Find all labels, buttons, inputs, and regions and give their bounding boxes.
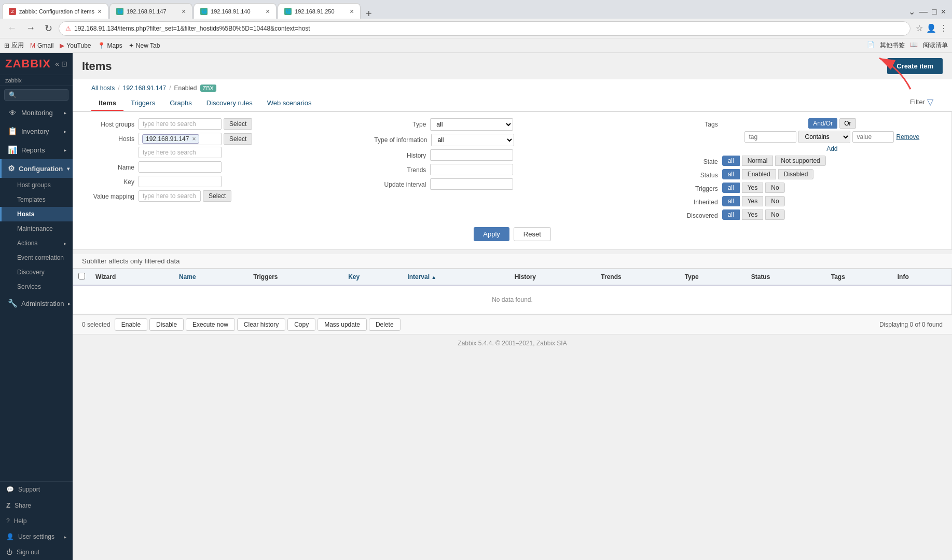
reload-button[interactable]: ↻ bbox=[42, 22, 56, 35]
tab-3-close[interactable]: × bbox=[266, 7, 270, 16]
execute-now-button[interactable]: Execute now bbox=[186, 318, 235, 331]
status-all-button[interactable]: all bbox=[722, 169, 740, 179]
history-input[interactable] bbox=[430, 149, 513, 161]
name-input[interactable] bbox=[139, 161, 222, 173]
sidebar-footer-help[interactable]: ? Help bbox=[0, 513, 73, 529]
update-interval-input[interactable] bbox=[430, 178, 513, 190]
tags-or-button[interactable]: Or bbox=[839, 118, 856, 129]
restore-icon[interactable]: □ bbox=[932, 7, 937, 17]
browser-tab-2[interactable]: 🌐 192.168.91.147 × bbox=[109, 3, 192, 19]
bookmarks-right-label-2[interactable]: 阅读清单 bbox=[923, 41, 948, 50]
sidebar-collapse-icon[interactable]: « bbox=[55, 60, 59, 68]
discovered-no-button[interactable]: No bbox=[765, 209, 784, 220]
tab-web-scenarios[interactable]: Web scenarios bbox=[260, 96, 319, 111]
bookmark-newtab[interactable]: ✦ New Tab bbox=[129, 42, 160, 49]
sidebar-item-administration[interactable]: 🔧 Administration ▸ bbox=[0, 294, 73, 313]
clear-history-button[interactable]: Clear history bbox=[237, 318, 285, 331]
th-interval[interactable]: Interval ▲ bbox=[402, 269, 509, 285]
type-of-information-select[interactable]: all Numeric (unsigned) Numeric (float) C… bbox=[431, 134, 514, 146]
tab-items[interactable]: Items bbox=[91, 96, 123, 111]
sidebar-item-discovery[interactable]: Discovery bbox=[0, 265, 73, 279]
sidebar-footer-share[interactable]: Z Share bbox=[0, 497, 73, 513]
tab-discovery-rules[interactable]: Discovery rules bbox=[199, 96, 260, 111]
browser-tab-1[interactable]: Z zabbix: Configuration of items × bbox=[2, 3, 108, 19]
filter-icon[interactable]: ▽ bbox=[927, 97, 933, 107]
value-mapping-select-button[interactable]: Select bbox=[203, 190, 231, 202]
sidebar-item-host-groups[interactable]: Host groups bbox=[0, 178, 73, 192]
state-not-supported-button[interactable]: Not supported bbox=[775, 156, 825, 166]
host-chip-remove-icon[interactable]: × bbox=[192, 135, 196, 143]
breadcrumb-host-ip[interactable]: 192.168.91.147 bbox=[123, 85, 166, 92]
discovered-yes-button[interactable]: Yes bbox=[742, 209, 764, 220]
sidebar-item-services[interactable]: Services bbox=[0, 279, 73, 294]
discovered-all-button[interactable]: all bbox=[722, 209, 740, 220]
bookmark-apps[interactable]: ⊞ 应用 bbox=[4, 41, 24, 50]
bookmark-youtube[interactable]: ▶ YouTube bbox=[60, 42, 91, 49]
select-all-checkbox[interactable] bbox=[78, 273, 85, 279]
bookmark-maps[interactable]: 📍 Maps bbox=[98, 42, 122, 49]
inherited-no-button[interactable]: No bbox=[765, 196, 784, 206]
bookmarks-right-label-1[interactable]: 其他书签 bbox=[880, 41, 905, 50]
triggers-all-button[interactable]: all bbox=[722, 183, 740, 193]
sidebar-item-maintenance[interactable]: Maintenance bbox=[0, 221, 73, 236]
sidebar-pin-icon[interactable]: ⊡ bbox=[61, 60, 67, 68]
browser-tab-3[interactable]: 🌐 192.168.91.140 × bbox=[194, 3, 277, 19]
inherited-yes-button[interactable]: Yes bbox=[742, 196, 764, 206]
sidebar-footer-user-settings[interactable]: 👤 User settings ▸ bbox=[0, 529, 73, 544]
inherited-all-button[interactable]: all bbox=[722, 196, 740, 206]
breadcrumb-all-hosts[interactable]: All hosts bbox=[91, 85, 115, 92]
host-groups-input[interactable] bbox=[139, 118, 222, 130]
type-select[interactable]: all Zabbix agent Zabbix agent (active) S… bbox=[430, 118, 513, 131]
tab-menu-icon[interactable]: ⌄ bbox=[908, 7, 915, 17]
tags-andor-button[interactable]: And/Or bbox=[808, 118, 837, 129]
th-name[interactable]: Name bbox=[174, 269, 248, 285]
tag-add-link[interactable]: Add bbox=[826, 145, 837, 152]
trends-input[interactable] bbox=[430, 164, 513, 175]
delete-button[interactable]: Delete bbox=[369, 318, 401, 331]
bookmark-star-icon[interactable]: ☆ bbox=[916, 23, 923, 33]
forward-button[interactable]: → bbox=[23, 22, 38, 35]
state-normal-button[interactable]: Normal bbox=[742, 156, 774, 166]
value-mapping-input[interactable] bbox=[139, 190, 201, 202]
copy-button[interactable]: Copy bbox=[287, 318, 315, 331]
triggers-yes-button[interactable]: Yes bbox=[742, 183, 764, 193]
bookmark-gmail[interactable]: M Gmail bbox=[30, 42, 53, 49]
sidebar-item-inventory[interactable]: 📋 Inventory ▸ bbox=[0, 122, 73, 141]
enable-button[interactable]: Enable bbox=[115, 318, 147, 331]
host-groups-select-button[interactable]: Select bbox=[224, 118, 252, 130]
sidebar-item-reports[interactable]: 📊 Reports ▸ bbox=[0, 141, 73, 159]
tab-4-close[interactable]: × bbox=[350, 7, 354, 16]
sidebar-item-actions[interactable]: Actions ▸ bbox=[0, 236, 73, 250]
create-item-button[interactable]: Create item bbox=[887, 58, 943, 74]
reset-button[interactable]: Reset bbox=[514, 227, 551, 241]
sidebar-search-input[interactable] bbox=[4, 89, 68, 101]
close-window-icon[interactable]: × bbox=[941, 7, 946, 17]
tab-2-close[interactable]: × bbox=[182, 7, 186, 16]
tab-triggers[interactable]: Triggers bbox=[123, 96, 162, 111]
triggers-no-button[interactable]: No bbox=[765, 183, 784, 193]
tab-1-close[interactable]: × bbox=[98, 7, 102, 16]
sidebar-item-hosts[interactable]: Hosts bbox=[0, 207, 73, 221]
address-bar[interactable]: ⚠ 192.168.91.134/items.php?filter_set=1&… bbox=[59, 21, 910, 36]
bookmarks-right-icon-1[interactable]: 📄 bbox=[867, 41, 875, 50]
minimize-icon[interactable]: — bbox=[919, 7, 928, 17]
sidebar-item-configuration[interactable]: ⚙ Configuration ▾ bbox=[0, 159, 73, 178]
sidebar-item-monitoring[interactable]: 👁 Monitoring ▸ bbox=[0, 104, 73, 122]
th-key[interactable]: Key bbox=[343, 269, 402, 285]
bookmarks-right-icon-2[interactable]: 📖 bbox=[910, 41, 918, 50]
browser-menu-icon[interactable]: ⋮ bbox=[940, 23, 948, 33]
back-button[interactable]: ← bbox=[4, 22, 20, 35]
status-disabled-button[interactable]: Disabled bbox=[778, 169, 814, 179]
browser-tab-4[interactable]: 🌐 192.168.91.250 × bbox=[278, 3, 361, 19]
tab-graphs[interactable]: Graphs bbox=[162, 96, 199, 111]
status-enabled-button[interactable]: Enabled bbox=[742, 169, 776, 179]
new-tab-button[interactable]: + bbox=[362, 8, 376, 19]
mass-update-button[interactable]: Mass update bbox=[318, 318, 367, 331]
hosts-search-input[interactable] bbox=[139, 147, 222, 158]
sidebar-footer-sign-out[interactable]: ⏻ Sign out bbox=[0, 544, 73, 560]
hosts-select-button[interactable]: Select bbox=[224, 133, 252, 145]
key-input[interactable] bbox=[139, 176, 222, 187]
disable-button[interactable]: Disable bbox=[149, 318, 184, 331]
sidebar-footer-support[interactable]: 💬 Support bbox=[0, 482, 73, 497]
sidebar-item-event-correlation[interactable]: Event correlation bbox=[0, 250, 73, 265]
